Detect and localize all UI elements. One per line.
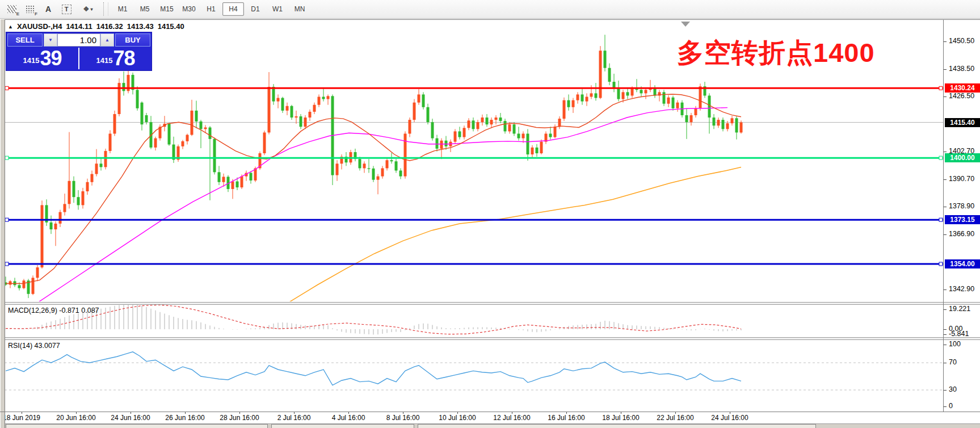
- icon-sub-label: E: [16, 11, 19, 16]
- macd-signal-value: 0.087: [81, 307, 99, 314]
- timeframe-mn[interactable]: MN: [289, 2, 310, 16]
- time-axis-label: 16 Jul 16:00: [548, 414, 584, 422]
- time-axis-label: 24 Jun 16:00: [111, 414, 150, 422]
- macd-pane-splitter[interactable]: [5, 302, 980, 305]
- time-axis-label: 4 Jul 16:00: [332, 414, 365, 422]
- time-axis-label: 10 Jul 16:00: [439, 414, 476, 422]
- sell-price-big-figure: 1415: [23, 56, 40, 65]
- price-tick-label: 1438.50: [949, 65, 974, 73]
- price-tick-label: 1450.50: [949, 37, 974, 45]
- timeframe-m15[interactable]: M15: [156, 2, 178, 16]
- icon-sub-label: F: [35, 11, 37, 16]
- timeframe-m30[interactable]: M30: [178, 2, 200, 16]
- timeframe-d1[interactable]: D1: [245, 2, 266, 16]
- t-glyph: T: [62, 5, 71, 14]
- indicator-tick-mark: [944, 309, 947, 310]
- buy-button[interactable]: BUY: [115, 33, 150, 47]
- time-axis-label: 12 Jul 16:00: [493, 414, 530, 422]
- a-glyph: A: [45, 5, 51, 14]
- objects-glyph: ❖: [83, 5, 90, 13]
- timeframe-w1[interactable]: W1: [267, 2, 288, 16]
- quote-open: 1414.11: [66, 22, 92, 31]
- indicator-tick-mark: [944, 329, 947, 330]
- price-tick-mark: [944, 152, 947, 152]
- volume-input[interactable]: 1.00: [57, 33, 100, 47]
- indicator-tick-mark: [944, 390, 947, 391]
- timeframe-h1[interactable]: H1: [200, 2, 222, 16]
- time-axis-label: 24 Jul 16:00: [711, 414, 748, 422]
- time-axis-label: 18 Jul 16:00: [602, 414, 639, 422]
- hatch-glyph: [7, 5, 16, 13]
- volume-stepper: ▼ 1.00 ▲: [44, 33, 114, 47]
- indicator-tick-mark: [944, 406, 947, 407]
- indicator-tick-label: 70: [949, 358, 957, 366]
- price-tick-mark: [944, 207, 947, 207]
- quote-high: 1416.32: [96, 22, 123, 31]
- chart-tab[interactable]: [6, 424, 268, 428]
- chart-top-border: [5, 19, 980, 20]
- price-badge: 1415.40: [945, 118, 980, 127]
- macd-name: MACD(12,26,9): [8, 307, 57, 314]
- indicator-tick-label: 0: [949, 402, 953, 410]
- toolbar-separator: [103, 2, 108, 16]
- timeframe-m5[interactable]: M5: [134, 2, 155, 16]
- objects-icon[interactable]: ❖▾: [76, 1, 100, 17]
- price-tick-label: 1390.70: [949, 175, 974, 183]
- mt4-terminal: E F A T ❖▾ M1M5M15M30H1H4D1W1MN ▲ XAUUSD…: [0, 0, 980, 428]
- timeframe-group: M1M5M15M30H1H4D1W1MN: [112, 2, 310, 16]
- buy-price[interactable]: 1415 78: [79, 48, 152, 69]
- indicator-tick-label: 100: [949, 340, 961, 348]
- rsi-label: RSI(14) 43.0077: [8, 342, 60, 350]
- sell-price[interactable]: 1415 39: [6, 48, 79, 69]
- price-tick-mark: [944, 179, 947, 180]
- indicator-tick-mark: [944, 345, 947, 345]
- timeframe-m1[interactable]: M1: [112, 2, 133, 16]
- price-badge: 1373.15: [945, 215, 980, 224]
- price-tick-label: 1342.90: [949, 285, 974, 293]
- indicator-tick-label: 30: [949, 385, 957, 393]
- price-tick-mark: [944, 96, 947, 97]
- chart-text-annotation: 多空转折点1400: [677, 35, 875, 71]
- price-tick-mark: [944, 289, 947, 290]
- buy-price-pips: 78: [113, 49, 134, 68]
- timeframe-h4[interactable]: H4: [222, 2, 244, 16]
- price-tick-mark: [944, 234, 947, 235]
- sell-price-pips: 39: [40, 49, 61, 68]
- chevron-down-icon[interactable]: ▾: [90, 7, 92, 12]
- price-tick-label: 1366.90: [949, 230, 974, 238]
- symbol-period-label: XAUUSD-,H4: [17, 22, 62, 31]
- text-label-icon[interactable]: A: [40, 1, 57, 17]
- price-badge: 1400.00: [945, 153, 980, 162]
- rsi-name: RSI(14): [8, 342, 32, 350]
- window-left-edge: [0, 19, 5, 428]
- macd-main-value: -0.871: [59, 307, 79, 314]
- chart-tab[interactable]: [418, 424, 816, 428]
- text-box-icon[interactable]: T: [58, 1, 75, 17]
- indicator-tick-label: -5.841: [949, 330, 969, 338]
- panel-collapse-icon[interactable]: ▲: [8, 24, 13, 30]
- price-tick-label: 1378.90: [949, 202, 974, 210]
- top-toolbar: E F A T ❖▾ M1M5M15M30H1H4D1W1MN: [0, 0, 980, 19]
- scale-separator: [943, 20, 944, 412]
- price-badge: 1354.00: [945, 259, 980, 268]
- rsi-value: 43.0077: [35, 342, 60, 350]
- time-axis-label: 22 Jul 16:00: [657, 414, 693, 422]
- grid-icon[interactable]: F: [22, 1, 39, 17]
- volume-increase-button[interactable]: ▲: [100, 33, 114, 47]
- buy-price-big-figure: 1415: [96, 56, 113, 65]
- time-axis-label: 20 Jun 16:00: [56, 414, 95, 422]
- chart-tab[interactable]: [271, 424, 414, 428]
- price-badge: 1430.24: [945, 83, 980, 93]
- sell-button[interactable]: SELL: [7, 33, 43, 47]
- time-axis-label: 26 Jun 16:00: [165, 414, 204, 422]
- time-axis-border: [0, 412, 980, 412]
- indicator-tick-mark: [944, 363, 947, 363]
- rsi-pane-splitter[interactable]: [5, 337, 980, 340]
- price-tick-mark: [944, 41, 947, 42]
- volume-decrease-button[interactable]: ▼: [44, 33, 57, 47]
- indicators-icon[interactable]: E: [3, 1, 20, 17]
- dots-glyph: [26, 6, 35, 13]
- indicator-tick-mark: [944, 334, 947, 335]
- time-axis-label: 2 Jul 16:00: [277, 414, 311, 422]
- time-axis-label: 28 Jun 16:00: [220, 414, 259, 422]
